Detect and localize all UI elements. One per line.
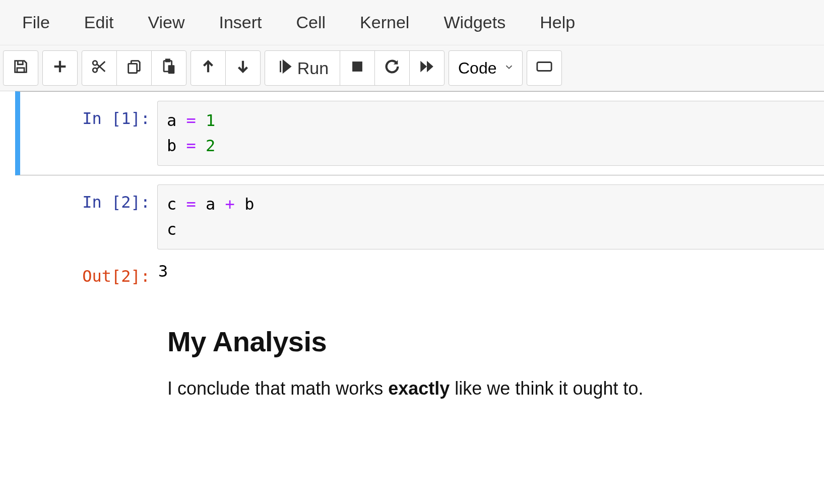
svg-rect-15 — [352, 61, 362, 72]
keyboard-icon — [536, 58, 553, 79]
interrupt-kernel-button[interactable] — [340, 50, 375, 86]
cut-button[interactable] — [82, 50, 117, 86]
svg-marker-16 — [420, 60, 427, 72]
save-button[interactable] — [3, 50, 38, 86]
toolbar: Run Code — [0, 45, 824, 91]
svg-rect-18 — [537, 62, 551, 71]
copy-button[interactable] — [116, 50, 152, 86]
insert-cell-below-button[interactable] — [42, 50, 78, 86]
paste-icon — [160, 58, 177, 79]
markdown-cell[interactable]: My Analysis I conclude that math works e… — [0, 295, 824, 399]
refresh-icon — [384, 58, 401, 79]
run-button-label: Run — [297, 58, 329, 78]
code-input[interactable]: a = 1 b = 2 — [157, 101, 824, 166]
restart-kernel-button[interactable] — [374, 50, 410, 86]
move-up-button[interactable] — [191, 50, 226, 86]
arrow-down-icon — [234, 58, 251, 79]
restart-run-all-button[interactable] — [409, 50, 445, 86]
notebook-area: In [1]: a = 1 b = 2 In [2]: c = a + b c … — [0, 91, 824, 399]
menu-cell[interactable]: Cell — [279, 8, 343, 37]
copy-icon — [125, 58, 143, 79]
command-palette-button[interactable] — [527, 50, 562, 86]
markdown-paragraph: I conclude that math works exactly like … — [167, 378, 824, 399]
cell-type-select[interactable]: Code — [449, 50, 523, 86]
fast-forward-icon — [418, 58, 435, 79]
code-cell[interactable]: In [1]: a = 1 b = 2 — [15, 91, 824, 175]
markdown-heading: My Analysis — [167, 325, 824, 358]
output-text: 3 — [157, 259, 824, 281]
code-input[interactable]: c = a + b c — [157, 184, 824, 249]
svg-rect-10 — [168, 65, 175, 74]
menu-help[interactable]: Help — [523, 8, 592, 37]
output-prompt: Out[2]: — [0, 259, 157, 286]
svg-marker-14 — [283, 60, 290, 72]
svg-rect-0 — [17, 68, 24, 72]
menu-view[interactable]: View — [131, 8, 202, 37]
menu-edit[interactable]: Edit — [67, 8, 131, 37]
run-icon — [276, 58, 293, 79]
code-cell[interactable]: In [2]: c = a + b c — [0, 175, 824, 259]
move-down-button[interactable] — [225, 50, 261, 86]
arrow-up-icon — [200, 58, 217, 79]
plus-icon — [51, 58, 69, 79]
stop-icon — [349, 58, 366, 79]
run-button[interactable]: Run — [265, 50, 340, 86]
svg-rect-7 — [129, 64, 137, 73]
menu-insert[interactable]: Insert — [202, 8, 279, 37]
save-icon — [12, 58, 29, 79]
input-prompt: In [2]: — [0, 184, 157, 249]
scissors-icon — [91, 58, 108, 79]
menu-kernel[interactable]: Kernel — [343, 8, 426, 37]
svg-marker-17 — [427, 60, 433, 72]
menu-file[interactable]: File — [5, 8, 67, 37]
menu-bar: File Edit View Insert Cell Kernel Widget… — [0, 0, 824, 45]
menu-widgets[interactable]: Widgets — [426, 8, 523, 37]
output-row: Out[2]: 3 — [0, 259, 824, 295]
svg-rect-9 — [166, 59, 169, 61]
paste-button[interactable] — [151, 50, 186, 86]
input-prompt: In [1]: — [20, 101, 157, 166]
